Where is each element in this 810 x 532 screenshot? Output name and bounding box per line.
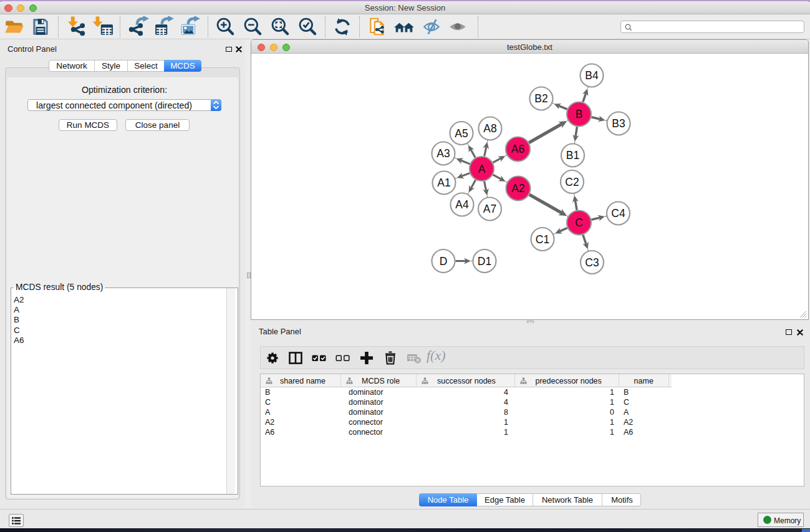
svg-text:C1: C1 — [536, 233, 549, 246]
svg-text:A7: A7 — [483, 203, 496, 215]
svg-text:C2: C2 — [565, 176, 579, 188]
svg-text:B2: B2 — [534, 92, 547, 105]
svg-text:A2: A2 — [511, 182, 524, 195]
svg-text:A6: A6 — [511, 143, 524, 155]
svg-text:A1: A1 — [437, 177, 450, 189]
svg-text:B: B — [576, 108, 583, 120]
svg-text:A: A — [478, 163, 486, 175]
svg-text:D: D — [440, 255, 448, 268]
svg-text:C3: C3 — [585, 256, 599, 269]
svg-text:A3: A3 — [436, 147, 450, 160]
svg-text:D1: D1 — [478, 255, 491, 268]
svg-text:B3: B3 — [612, 117, 625, 130]
svg-text:A8: A8 — [483, 122, 496, 135]
svg-text:C: C — [575, 216, 583, 229]
svg-text:A5: A5 — [455, 127, 468, 140]
svg-text:A4: A4 — [455, 198, 469, 211]
svg-text:C4: C4 — [611, 207, 625, 220]
svg-text:B4: B4 — [585, 69, 599, 82]
svg-text:B1: B1 — [566, 149, 579, 162]
